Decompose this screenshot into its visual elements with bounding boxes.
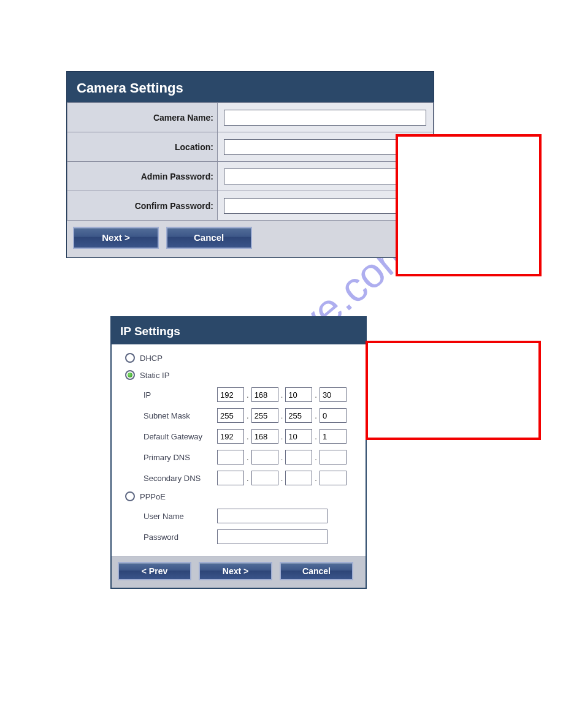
row-ip: IP . . . [144,387,356,402]
row-camera-name: Camera Name: [67,103,434,132]
secondary-dns-octet-3[interactable] [285,471,312,485]
radio-row-dhcp[interactable]: DHCP [125,353,356,363]
dot-icon: . [315,390,317,400]
subnet-octet-4[interactable] [320,408,347,423]
radio-static-label: Static IP [140,371,169,380]
camera-settings-titlebar: Camera Settings [67,72,434,102]
next-button[interactable]: Next > [73,227,159,249]
pppoe-username-input[interactable] [217,509,327,523]
row-secondary-dns: Secondary DNS . . . [144,471,356,485]
row-primary-dns: Primary DNS . . . [144,450,356,464]
highlight-box-1 [396,134,542,276]
dot-icon: . [247,432,249,441]
camera-settings-panel: Camera Settings Camera Name: Location: A… [66,71,434,258]
label-pppoe-username: User Name [144,512,217,521]
ip-octet-4[interactable] [320,387,347,402]
row-pppoe-username: User Name [144,509,356,523]
dot-icon: . [247,474,249,483]
radio-pppoe[interactable] [125,491,135,501]
dot-icon: . [281,453,283,462]
ip-octet-2[interactable] [251,387,278,402]
label-admin-password: Admin Password: [67,162,218,191]
dot-icon: . [281,432,283,441]
camera-settings-body: Camera Name: Location: Admin Password: C… [67,102,434,221]
dot-icon: . [315,474,317,483]
dot-icon: . [281,474,283,483]
row-subnet: Subnet Mask . . . [144,408,356,423]
radio-static[interactable] [125,370,135,380]
subnet-octet-2[interactable] [251,408,278,423]
secondary-dns-octet-4[interactable] [320,471,347,485]
camera-settings-title: Camera Settings [77,80,183,96]
row-location: Location: [67,132,434,162]
ip-settings-panel: IP Settings DHCP Static IP IP . . . Subn… [110,316,367,589]
pppoe-block: User Name Password [144,509,356,544]
radio-static-dot-icon [128,373,132,377]
primary-dns-octet-4[interactable] [320,450,347,464]
primary-dns-octet-3[interactable] [285,450,312,464]
row-confirm-password: Confirm Password: [67,191,434,221]
dot-icon: . [315,453,317,462]
ip-octet-3[interactable] [285,387,312,402]
label-pppoe-password: Password [144,533,217,542]
label-location: Location: [67,132,218,162]
dot-icon: . [247,411,249,420]
radio-pppoe-label: PPPoE [140,492,166,501]
subnet-octet-3[interactable] [285,408,312,423]
row-pppoe-password: Password [144,529,356,544]
gateway-octet-3[interactable] [285,429,312,444]
dot-icon: . [315,432,317,441]
ip-octet-1[interactable] [217,387,244,402]
ip-settings-titlebar: IP Settings [112,317,366,344]
label-ip: IP [144,390,217,400]
row-admin-password: Admin Password: [67,162,434,191]
static-ip-block: IP . . . Subnet Mask . . . Default Gatew… [144,387,356,485]
prev-button[interactable]: < Prev [118,562,191,580]
label-primary-dns: Primary DNS [144,453,217,462]
camera-settings-form: Camera Name: Location: Admin Password: C… [67,102,434,221]
cancel-button[interactable]: Cancel [166,227,252,249]
subnet-octet-1[interactable] [217,408,244,423]
secondary-dns-octet-1[interactable] [217,471,244,485]
cancel-button-2[interactable]: Cancel [280,562,353,580]
gateway-octet-2[interactable] [251,429,278,444]
radio-row-pppoe[interactable]: PPPoE [125,491,356,501]
row-gateway: Default Gateway . . . [144,429,356,444]
primary-dns-octet-1[interactable] [217,450,244,464]
dot-icon: . [281,390,283,400]
highlight-box-2 [366,341,541,440]
dot-icon: . [247,453,249,462]
pppoe-password-input[interactable] [217,529,327,544]
radio-dhcp-label: DHCP [140,354,163,363]
camera-settings-footer: Next > Cancel [67,221,434,257]
radio-row-static[interactable]: Static IP [125,370,356,380]
gateway-octet-1[interactable] [217,429,244,444]
ip-settings-body: DHCP Static IP IP . . . Subnet Mask . . … [112,344,366,556]
label-secondary-dns: Secondary DNS [144,474,217,483]
primary-dns-octet-2[interactable] [251,450,278,464]
secondary-dns-octet-2[interactable] [251,471,278,485]
label-camera-name: Camera Name: [67,103,218,132]
dot-icon: . [315,411,317,420]
ip-settings-title: IP Settings [120,325,180,338]
camera-name-input[interactable] [224,110,426,126]
gateway-octet-4[interactable] [320,429,347,444]
next-button-2[interactable]: Next > [199,562,272,580]
radio-dhcp[interactable] [125,353,135,363]
label-subnet: Subnet Mask [144,411,217,420]
ip-settings-footer: < Prev Next > Cancel [112,556,366,588]
dot-icon: . [247,390,249,400]
label-confirm-password: Confirm Password: [67,191,218,221]
dot-icon: . [281,411,283,420]
label-gateway: Default Gateway [144,432,217,441]
